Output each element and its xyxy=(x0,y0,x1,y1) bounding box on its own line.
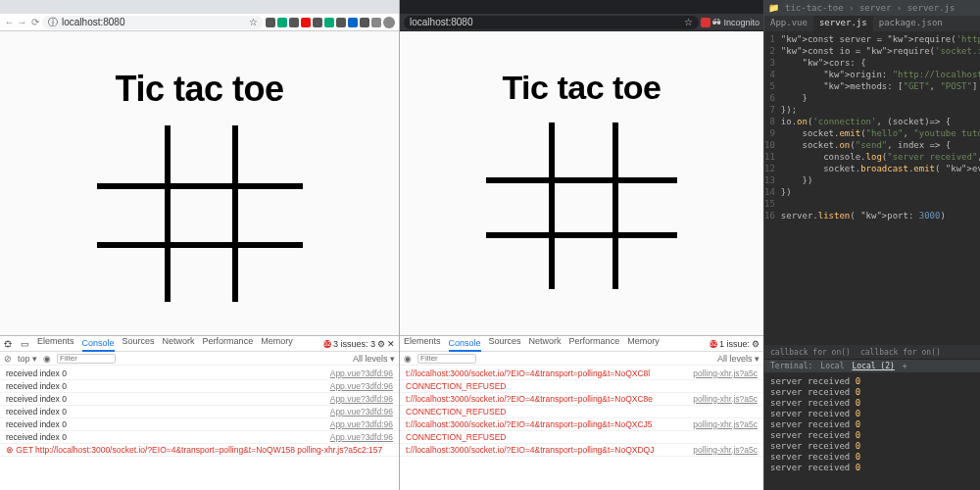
console-line[interactable]: received index 0App.vue?3dfd:96 xyxy=(0,406,399,418)
code-line[interactable]: }) xyxy=(781,186,980,198)
devtools-errors[interactable]: 62 1 issue: ⚙ xyxy=(710,339,760,349)
breadcrumb-segment[interactable]: server xyxy=(859,3,892,13)
devtools-tab-elements[interactable]: Elements xyxy=(37,336,74,352)
breadcrumb-segment[interactable]: tic-tac-toe xyxy=(785,3,844,13)
console-line[interactable]: CONNECTION_REFUSED xyxy=(400,431,763,444)
extension-icon[interactable] xyxy=(336,18,346,27)
filter-input[interactable] xyxy=(57,354,116,364)
console-line[interactable]: t://localhost:3000/socket.io/?EIO=4&tran… xyxy=(400,393,763,406)
address-bar[interactable]: ⓘ localhost:8080 ☆ xyxy=(42,16,264,29)
reload-icon[interactable]: ⟳ xyxy=(29,17,40,27)
code-line[interactable] xyxy=(781,198,980,210)
code-line[interactable]: }) xyxy=(781,174,980,186)
code-line[interactable]: } xyxy=(781,92,980,104)
ide-breadcrumbs[interactable]: 📁 tic-tac-toe › server › server.js xyxy=(764,0,980,16)
structure-crumb[interactable]: callback for on() xyxy=(860,348,941,357)
devtools-tab-memory[interactable]: Memory xyxy=(627,336,660,352)
structure-crumb[interactable]: callback for on() xyxy=(770,348,851,357)
devtools-tab-performance[interactable]: Performance xyxy=(569,336,620,352)
code-line[interactable]: server.listen( "kw">port: 3000) xyxy=(781,210,980,221)
code-line[interactable]: "kw">origin: "http://localhost:8080", xyxy=(781,69,980,80)
context-selector[interactable]: top ▾ xyxy=(18,354,37,364)
file-tab[interactable]: App.vue xyxy=(764,16,813,31)
terminal-output[interactable]: server received 0server received 0server… xyxy=(764,372,980,490)
tic-tac-toe-board[interactable] xyxy=(486,122,677,289)
extension-icon[interactable] xyxy=(348,18,358,27)
console-line[interactable]: received index 0App.vue?3dfd:96 xyxy=(0,393,399,406)
code-line[interactable]: socket.emit("hello", "youtube tutorial")… xyxy=(781,127,980,139)
code-line[interactable]: socket.on("send", index => { xyxy=(781,139,980,151)
code-line[interactable]: "kw">methods: ["GET", "POST"] xyxy=(781,80,980,92)
console-log[interactable]: t://localhost:3000/socket.io/?EIO=4&tran… xyxy=(400,366,763,490)
terminal-tab[interactable]: Local (2) xyxy=(852,362,894,370)
extension-icon[interactable] xyxy=(701,18,710,27)
profile-avatar[interactable] xyxy=(383,17,395,28)
devtools-gear-icon[interactable]: ⚙ xyxy=(752,339,760,349)
console-line[interactable]: CONNECTION_REFUSED xyxy=(400,380,763,393)
structure-crumbs[interactable]: callback for on()callback for on() xyxy=(764,345,980,359)
levels-selector[interactable]: All levels ▾ xyxy=(717,354,760,364)
extension-icon[interactable] xyxy=(324,18,334,27)
filter-input[interactable] xyxy=(417,354,476,364)
code-line[interactable]: }); xyxy=(781,104,980,116)
extension-icon[interactable] xyxy=(266,18,275,27)
editor-file-tabs[interactable]: App.vueserver.jspackage.json xyxy=(764,16,980,31)
code-line[interactable]: "kw">const io = "kw">require('socket.io'… xyxy=(781,45,980,57)
terminal-tab[interactable]: + xyxy=(903,362,907,370)
console-log[interactable]: received index 0App.vue?3dfd:96received … xyxy=(0,366,399,490)
eye-icon[interactable]: ◉ xyxy=(404,354,412,364)
devtools-tab-performance[interactable]: Performance xyxy=(203,336,254,352)
terminal-tab[interactable]: Terminal: xyxy=(770,362,812,370)
devtools-tab-elements[interactable]: Elements xyxy=(404,336,441,352)
devtools-tab-sources[interactable]: Sources xyxy=(489,336,521,352)
devtools-tab-console[interactable]: Console xyxy=(82,336,115,352)
tic-tac-toe-board[interactable] xyxy=(97,125,303,302)
site-info-icon[interactable]: ⓘ xyxy=(48,16,58,29)
code-area[interactable]: "kw">const server = "kw">require('http')… xyxy=(779,31,980,345)
extensions-area[interactable] xyxy=(266,18,381,27)
code-editor[interactable]: 12345678910111213141516 "kw">const serve… xyxy=(764,31,980,345)
console-clear-icon[interactable]: ⊘ xyxy=(4,354,12,364)
extension-icon[interactable] xyxy=(289,18,299,27)
code-line[interactable]: io.on('connection', (socket)=> { xyxy=(781,116,980,127)
devtools-tab-console[interactable]: Console xyxy=(449,336,481,352)
console-line[interactable]: ⊗ GET http://localhost:3000/socket.io/?E… xyxy=(0,444,399,457)
terminal-tab[interactable]: Local xyxy=(820,362,844,370)
code-line[interactable]: "kw">const server = "kw">require('http')… xyxy=(781,33,980,45)
devtools-inspect-icon[interactable]: ⯐ xyxy=(4,339,13,349)
bookmark-star-icon[interactable]: ☆ xyxy=(684,17,693,27)
extension-icon[interactable] xyxy=(360,18,369,27)
console-line[interactable]: t://localhost:3000/socket.io/?EIO=4&tran… xyxy=(400,418,763,431)
console-line[interactable]: t://localhost:3000/socket.io/?EIO=4&tran… xyxy=(400,368,763,380)
console-line[interactable]: received index 0App.vue?3dfd:96 xyxy=(0,368,399,380)
code-line[interactable]: socket.broadcast.emit( "kw">ev: "play", … xyxy=(781,163,980,174)
code-line[interactable]: "kw">cors: { xyxy=(781,57,980,69)
devtools-gear-icon[interactable]: ⚙ xyxy=(377,339,385,349)
forward-icon[interactable]: → xyxy=(17,17,27,27)
tab-strip[interactable] xyxy=(0,0,399,14)
bookmark-star-icon[interactable]: ☆ xyxy=(249,17,258,27)
console-line[interactable]: received index 0App.vue?3dfd:96 xyxy=(0,418,399,431)
console-line[interactable]: received index 0App.vue?3dfd:96 xyxy=(0,431,399,444)
devtools-tab-sources[interactable]: Sources xyxy=(122,336,155,352)
devtools-close-icon[interactable]: ✕ xyxy=(387,339,395,349)
terminal-tabs[interactable]: Terminal:LocalLocal (2)+ xyxy=(764,359,980,372)
file-tab[interactable]: server.js xyxy=(813,16,873,31)
devtools-tab-network[interactable]: Network xyxy=(529,336,562,352)
eye-icon[interactable]: ◉ xyxy=(43,354,51,364)
address-bar[interactable]: localhost:8080 ☆ xyxy=(404,16,699,29)
console-line[interactable]: CONNECTION_REFUSED xyxy=(400,406,763,418)
tab-strip[interactable] xyxy=(400,0,763,14)
devtools-device-icon[interactable]: ▭ xyxy=(21,339,29,349)
extension-icon[interactable] xyxy=(371,18,381,27)
back-icon[interactable]: ← xyxy=(4,17,15,27)
console-line[interactable]: received index 0App.vue?3dfd:96 xyxy=(0,380,399,393)
file-tab[interactable]: package.json xyxy=(873,16,949,31)
devtools-errors[interactable]: 62 3 issues: 3 ⚙ ✕ xyxy=(323,339,395,349)
extension-icon[interactable] xyxy=(313,18,322,27)
breadcrumb-segment[interactable]: server.js xyxy=(907,3,956,13)
levels-selector[interactable]: All levels ▾ xyxy=(353,354,395,364)
extension-icon[interactable] xyxy=(277,18,287,27)
console-line[interactable]: t://localhost:3000/socket.io/?EIO=4&tran… xyxy=(400,444,763,457)
extension-icon[interactable] xyxy=(301,18,311,27)
